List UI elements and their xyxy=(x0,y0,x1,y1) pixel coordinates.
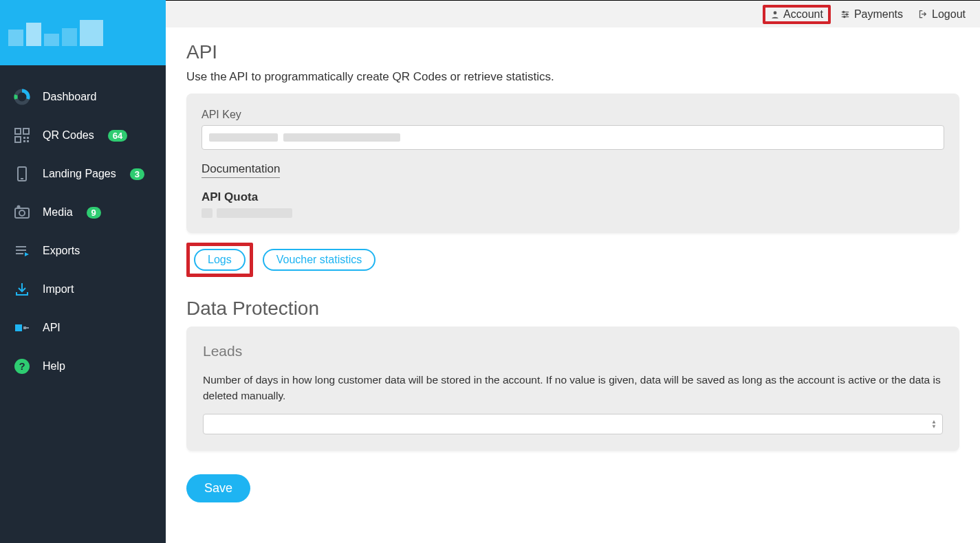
svg-rect-6 xyxy=(23,140,25,142)
sidebar-item-media[interactable]: Media 9 xyxy=(0,193,166,232)
nav: Dashboard QR Codes 64 Landing Pages 3 xyxy=(0,65,166,386)
voucher-wrap: Voucher statistics xyxy=(260,246,379,274)
svg-rect-3 xyxy=(15,137,21,142)
svg-point-27 xyxy=(844,16,845,17)
svg-rect-4 xyxy=(23,137,25,139)
save-button[interactable]: Save xyxy=(186,474,250,502)
sidebar-item-label: QR Codes xyxy=(43,129,94,142)
sidebar-item-dashboard[interactable]: Dashboard xyxy=(0,78,166,116)
media-icon xyxy=(12,203,32,222)
redacted-text xyxy=(217,208,292,218)
svg-point-21 xyxy=(774,11,777,14)
sidebar-item-label: Help xyxy=(43,360,65,373)
api-icon xyxy=(12,318,32,337)
leads-days-input[interactable] xyxy=(203,414,943,434)
sidebar-item-label: API xyxy=(43,322,61,334)
content: API Use the API to programmatically crea… xyxy=(166,27,980,516)
svg-point-11 xyxy=(19,210,25,216)
redacted-text xyxy=(202,208,213,218)
svg-point-26 xyxy=(846,13,847,14)
qrcode-icon xyxy=(12,126,32,145)
topbar-label: Payments xyxy=(854,8,903,21)
svg-point-25 xyxy=(842,11,844,12)
leads-panel: Leads Number of days in how long custome… xyxy=(186,326,959,451)
sidebar-item-qrcodes[interactable]: QR Codes 64 xyxy=(0,116,166,155)
pill-row: Logs Voucher statistics xyxy=(186,243,959,277)
help-icon: ? xyxy=(12,357,32,376)
svg-text:?: ? xyxy=(19,360,25,372)
topbar-label: Logout xyxy=(932,8,966,21)
api-title: API xyxy=(186,41,959,63)
api-panel: API Key Documentation API Quota xyxy=(186,93,959,233)
sidebar-item-exports[interactable]: Exports xyxy=(0,232,166,270)
number-stepper[interactable]: ▲ ▼ xyxy=(929,418,939,430)
badge: 3 xyxy=(130,168,144,180)
voucher-statistics-button[interactable]: Voucher statistics xyxy=(263,249,376,271)
topbar: Account Payments Logout xyxy=(166,0,980,27)
svg-rect-1 xyxy=(15,129,21,134)
user-icon xyxy=(770,10,780,19)
logout-icon xyxy=(918,9,928,19)
api-subtitle: Use the API to programmatically create Q… xyxy=(186,70,959,84)
logo-area xyxy=(0,0,166,65)
sidebar-item-label: Exports xyxy=(43,245,80,257)
dashboard-icon xyxy=(12,87,32,107)
logs-button[interactable]: Logs xyxy=(194,249,246,271)
svg-rect-16 xyxy=(15,324,22,331)
svg-rect-5 xyxy=(27,137,29,139)
chevron-down-icon[interactable]: ▼ xyxy=(929,424,939,429)
sliders-icon xyxy=(840,10,851,19)
sidebar-item-help[interactable]: ? Help xyxy=(0,347,166,386)
logs-highlight: Logs xyxy=(186,243,253,277)
landingpage-icon xyxy=(12,164,32,184)
documentation-link[interactable]: Documentation xyxy=(202,162,280,178)
sidebar-item-label: Media xyxy=(43,206,73,219)
leads-description: Number of days in how long customer data… xyxy=(203,372,943,404)
redacted-text xyxy=(283,133,400,142)
svg-rect-7 xyxy=(27,140,29,142)
redacted-text xyxy=(209,133,278,142)
main: Account Payments Logout API Use the API … xyxy=(166,0,980,543)
exports-icon xyxy=(12,241,32,261)
api-quota-title: API Quota xyxy=(202,190,944,204)
api-key-label: API Key xyxy=(202,109,944,121)
topbar-label: Account xyxy=(783,8,823,21)
topbar-account[interactable]: Account xyxy=(763,5,831,24)
svg-rect-2 xyxy=(23,129,29,134)
sidebar: Dashboard QR Codes 64 Landing Pages 3 xyxy=(0,0,166,543)
sidebar-item-label: Landing Pages xyxy=(43,168,116,180)
api-key-input[interactable] xyxy=(202,125,944,150)
badge: 64 xyxy=(108,130,127,142)
sidebar-item-label: Dashboard xyxy=(43,91,96,103)
logo-icon xyxy=(8,20,103,46)
sidebar-item-label: Import xyxy=(43,283,74,296)
import-icon xyxy=(12,280,32,299)
badge: 9 xyxy=(87,207,101,219)
svg-rect-17 xyxy=(23,326,26,329)
sidebar-item-landingpages[interactable]: Landing Pages 3 xyxy=(0,155,166,193)
leads-title: Leads xyxy=(203,343,943,359)
topbar-payments[interactable]: Payments xyxy=(834,5,909,23)
topbar-logout[interactable]: Logout xyxy=(912,5,972,23)
svg-point-12 xyxy=(18,206,20,208)
data-protection-title: Data Protection xyxy=(186,298,959,320)
sidebar-item-api[interactable]: API xyxy=(0,309,166,347)
sidebar-item-import[interactable]: Import xyxy=(0,270,166,309)
